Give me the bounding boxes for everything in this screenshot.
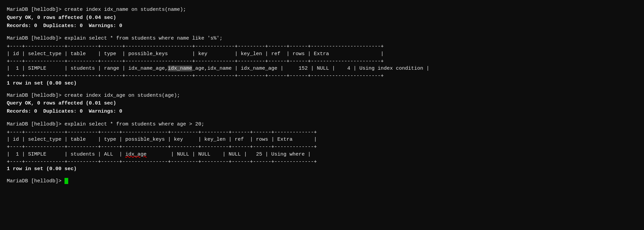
table2-border-mid: +----+-------------+----------+------+--… [7, 143, 637, 151]
cmd-create-idx-name: MariaDB [hellodb]> create index idx_name… [7, 6, 637, 14]
table1-border-top: +----+-------------+----------+-------+-… [7, 43, 637, 50]
query-ok-2: Query OK, 0 rows affected (0.01 sec) [7, 100, 637, 107]
table2: +----+-------------+----------+------+--… [7, 129, 637, 166]
prompt-text: MariaDB [hellodb]> create index idx_name… [7, 7, 186, 13]
table1-row: | 1 | SIMPLE | students | range | idx_na… [7, 65, 637, 72]
cmd-create-idx-age: MariaDB [hellodb]> create index idx_age … [7, 92, 637, 99]
table1-border-bot: +----+-------------+----------+-------+-… [7, 72, 637, 80]
rowcount-1: 1 row in set (0.00 sec) [7, 80, 637, 87]
query-ok-1: Query OK, 0 rows affected (0.04 sec) [7, 14, 637, 22]
cursor-block [65, 178, 68, 184]
table1-border-mid: +----+-------------+----------+-------+-… [7, 58, 637, 65]
table2-border-bot: +----+-------------+----------+------+--… [7, 158, 637, 166]
records-2: Records: 0 Duplicates: 0 Warnings: 0 [7, 108, 637, 115]
table2-border-top: +----+-------------+----------+------+--… [7, 129, 637, 136]
records-1: Records: 0 Duplicates: 0 Warnings: 0 [7, 22, 637, 30]
table1-header: | id | select_type | table | type | poss… [7, 50, 637, 58]
terminal-window: MariaDB [hellodb]> create index idx_name… [7, 6, 637, 185]
table2-header: | id | select_type | table | type | poss… [7, 136, 637, 143]
table1: +----+-------------+----------+-------+-… [7, 43, 637, 80]
table2-row: | 1 | SIMPLE | students | ALL | idx_age … [7, 151, 637, 158]
cmd-explain-age: MariaDB [hellodb]> explain select * from… [7, 121, 637, 128]
final-prompt: MariaDB [hellodb]> [7, 178, 637, 185]
rowcount-2: 1 row in set (0.00 sec) [7, 165, 637, 173]
cmd-explain-name: MariaDB [hellodb]> explain select * from… [7, 35, 637, 42]
